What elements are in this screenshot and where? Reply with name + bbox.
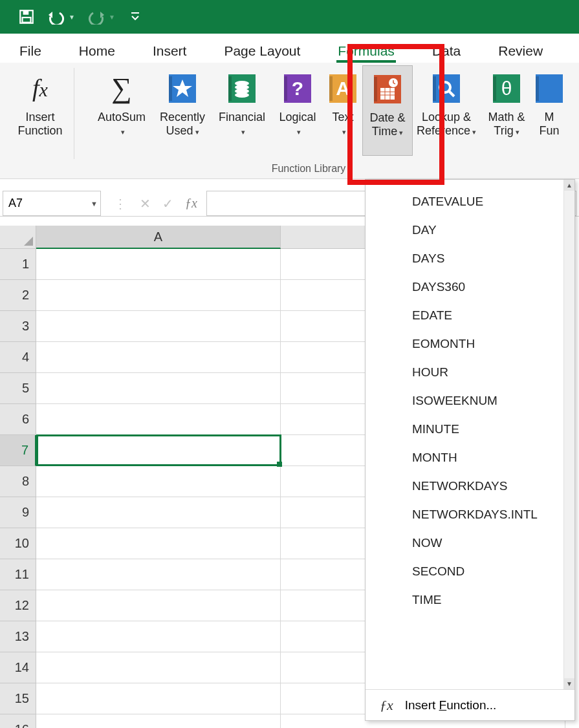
autosum-button[interactable]: ∑ AutoSum ▾ xyxy=(91,65,153,156)
cell[interactable] xyxy=(36,621,281,652)
row-header[interactable]: 13 xyxy=(0,621,36,652)
select-all-button[interactable] xyxy=(0,226,36,249)
dropdown-item[interactable]: EOMONTH xyxy=(366,330,563,358)
cell[interactable] xyxy=(36,249,281,280)
more-functions-button[interactable]: M Fun xyxy=(533,65,565,156)
enter-button[interactable]: ✓ xyxy=(162,196,173,211)
tab-data[interactable]: Data xyxy=(430,39,463,63)
title-bar: ▼ ▼ xyxy=(0,0,579,34)
cell[interactable] xyxy=(36,714,281,728)
cell[interactable] xyxy=(36,559,281,590)
redo-icon xyxy=(87,9,106,25)
chevron-down-icon[interactable]: ▼ xyxy=(91,200,98,208)
tab-insert[interactable]: Insert xyxy=(150,39,190,63)
row-header[interactable]: 9 xyxy=(0,497,36,528)
text-book-icon: A xyxy=(327,73,358,104)
row-header[interactable]: 10 xyxy=(0,528,36,559)
sigma-icon: ∑ xyxy=(106,73,137,104)
cell[interactable] xyxy=(36,404,281,435)
row-header[interactable]: 16 xyxy=(0,714,36,728)
math-trig-button[interactable]: θ Math & Trig▾ xyxy=(480,65,533,156)
star-book-icon xyxy=(167,73,198,104)
svg-point-15 xyxy=(440,82,450,92)
financial-button[interactable]: Financial ▾ xyxy=(212,65,272,156)
cell[interactable] xyxy=(36,373,281,404)
cell[interactable] xyxy=(36,280,281,311)
logical-button[interactable]: ? Logical ▾ xyxy=(272,65,323,156)
tab-formulas[interactable]: Formulas xyxy=(335,39,397,63)
dropdown-item[interactable]: DAYS360 xyxy=(366,273,563,301)
redo-button[interactable]: ▼ xyxy=(87,9,115,25)
cell[interactable] xyxy=(36,590,281,621)
lookup-reference-button[interactable]: Lookup & Reference▾ xyxy=(413,65,480,156)
undo-button[interactable]: ▼ xyxy=(47,9,75,25)
undo-icon xyxy=(47,9,66,25)
tab-page-layout[interactable]: Page Layout xyxy=(221,39,303,63)
row-header[interactable]: 11 xyxy=(0,559,36,590)
cell[interactable] xyxy=(36,652,281,683)
date-time-button[interactable]: Date & Time▾ xyxy=(362,65,413,156)
row-header[interactable]: 14 xyxy=(0,652,36,683)
dropdown-item[interactable]: NETWORKDAYS xyxy=(366,472,563,500)
row-header[interactable]: 1 xyxy=(0,249,36,280)
search-book-icon xyxy=(431,73,462,104)
cell[interactable] xyxy=(36,342,281,373)
row-header[interactable]: 7 xyxy=(0,435,36,466)
dropdown-item[interactable]: DAYS xyxy=(366,244,563,273)
cell[interactable] xyxy=(36,528,281,559)
dropdown-item[interactable]: NETWORKDAYS.INTL xyxy=(366,500,563,529)
dropdown-item[interactable]: DATEVALUE xyxy=(366,187,563,216)
dropdown-item[interactable]: DAY xyxy=(366,216,563,244)
label-line2: Function xyxy=(17,124,62,138)
text-button[interactable]: A Text ▾ xyxy=(323,65,362,156)
insert-function-button[interactable]: fx Insert Function xyxy=(12,65,67,156)
dropdown-item[interactable]: MONTH xyxy=(366,444,563,472)
row-header[interactable]: 4 xyxy=(0,342,36,373)
name-box[interactable]: A7 ▼ xyxy=(3,191,101,216)
chevron-down-icon: ▾ xyxy=(121,128,125,136)
tab-file[interactable]: File xyxy=(17,39,44,63)
row-header[interactable]: 2 xyxy=(0,280,36,311)
cell[interactable] xyxy=(36,466,281,497)
cell[interactable] xyxy=(36,435,281,466)
cell[interactable] xyxy=(36,311,281,342)
chevron-down-icon: ▼ xyxy=(69,14,75,21)
calendar-clock-icon xyxy=(372,74,403,105)
row-header[interactable]: 5 xyxy=(0,373,36,404)
dropdown-item[interactable]: TIME xyxy=(366,586,563,614)
dropdown-item[interactable]: DATE xyxy=(366,180,563,187)
tab-home[interactable]: Home xyxy=(76,39,118,63)
dropdown-item[interactable]: HOUR xyxy=(366,358,563,387)
cancel-button[interactable]: ✕ xyxy=(140,196,151,211)
dropdown-item[interactable]: MINUTE xyxy=(366,415,563,444)
group-label-function-library: Function Library xyxy=(38,163,579,175)
cell[interactable] xyxy=(36,497,281,528)
scroll-up-arrow[interactable]: ▲ xyxy=(564,180,574,191)
cell[interactable] xyxy=(36,683,281,714)
label-line1: Insert xyxy=(25,111,54,124)
row-header[interactable]: 3 xyxy=(0,311,36,342)
insert-function-menu-item[interactable]: ƒx Insert Function... xyxy=(366,689,574,720)
row-header[interactable]: 12 xyxy=(0,590,36,621)
customize-qat-button[interactable] xyxy=(131,11,140,23)
recently-used-button[interactable]: Recently Used▾ xyxy=(153,65,212,156)
save-button[interactable] xyxy=(18,8,35,25)
dropdown-item[interactable]: ISOWEEKNUM xyxy=(366,387,563,415)
dropdown-item[interactable]: EDATE xyxy=(366,301,563,330)
fx-icon: ƒx xyxy=(380,697,393,714)
fx-icon[interactable]: ƒx xyxy=(185,196,197,211)
column-header[interactable]: A xyxy=(36,226,281,249)
tab-review[interactable]: Review xyxy=(496,39,545,63)
dropdown-scrollbar[interactable]: ▲ ▼ xyxy=(563,180,574,689)
more-book-icon xyxy=(534,73,565,104)
chevron-down-icon: ▾ xyxy=(516,128,519,136)
customize-icon xyxy=(131,11,140,23)
row-header[interactable]: 15 xyxy=(0,683,36,714)
row-header[interactable]: 6 xyxy=(0,404,36,435)
dropdown-item[interactable]: NOW xyxy=(366,529,563,557)
dropdown-list: DATEDATEVALUEDAYDAYSDAYS360EDATEEOMONTHH… xyxy=(366,180,563,689)
scroll-down-arrow[interactable]: ▼ xyxy=(564,678,574,689)
dropdown-item[interactable]: SECOND xyxy=(366,557,563,586)
chevron-down-icon: ▾ xyxy=(472,128,476,136)
row-header[interactable]: 8 xyxy=(0,466,36,497)
